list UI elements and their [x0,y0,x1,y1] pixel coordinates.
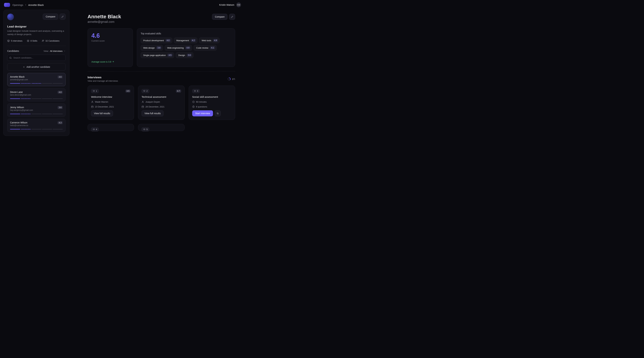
view-value: All interviews [50,50,62,52]
svg-marker-12 [93,90,95,91]
progress-segments [10,114,63,114]
svg-marker-31 [144,128,145,130]
svg-marker-24 [194,90,196,91]
candidate-email: lane.devon@gmail.com [10,94,31,96]
candidate-email: hey.iamjenny@gmail.com [10,109,33,111]
copy-button[interactable] [215,110,221,116]
view-label: View: [44,50,49,52]
svg-point-13 [92,101,93,102]
interview-card: 3 Social skill assessment 60 minutes 8 q… [189,86,235,120]
calendar-icon [142,106,144,108]
svg-point-4 [43,40,44,41]
stat-candidates-label: 32 Candidates [46,40,60,42]
breadcrumb-root[interactable]: Openings [12,4,23,6]
progress-total: /5 [233,78,235,80]
stat-skills-label: 8 Skills [30,40,38,42]
start-interview-button[interactable]: Start interview [192,110,213,116]
interview-card-upcoming: 4 [88,124,134,131]
candidate-name: Cameron Wilson [10,121,28,124]
score-label: Current score [92,40,129,42]
users-icon [42,40,44,42]
view-results-button[interactable]: View full results [142,110,164,116]
candidate-card[interactable]: Cameron Wilson hello@cameronw.co 4.3 [7,119,66,132]
stat-candidates: 32 Candidates [42,40,60,42]
add-candidate-button[interactable]: Add another candidate [7,63,66,70]
candidate-score: 4.3 [58,121,63,124]
interview-card: 1 4.5 Welcome interview Wade Warren 23 D… [88,86,134,120]
skill-label: Single page application [143,54,166,56]
svg-rect-20 [142,106,144,108]
svg-point-5 [10,57,11,58]
avatar[interactable]: KW [236,2,241,7]
skill-value: 4.1 [210,46,215,49]
svg-marker-0 [8,40,10,41]
add-candidate-label: Add another candidate [26,66,50,68]
score-value: 4.6 [92,32,129,39]
skill-chip: Web design3.8 [141,45,163,51]
skill-chip: Web tools4.9 [199,38,220,43]
edit-role-button[interactable] [60,14,66,20]
candidate-name: Jenny Wilson [10,106,33,109]
app-logo[interactable] [4,3,10,7]
skill-chip: Web engineering4.9 [165,45,192,51]
skill-label: Management [176,39,189,42]
step-badge: 4 [91,128,99,132]
candidate-email: annette@gmail.com [88,20,121,24]
skill-chip: Design3.6 [176,52,193,58]
compare-button[interactable]: Compare [43,14,58,20]
score-card: 4.6 Current score Average score is 3.9 [88,28,133,67]
view-selector[interactable]: View: All interviews [44,50,66,52]
layers-icon [7,40,10,42]
interview-score: 4.7 [176,90,181,92]
stat-interviews: 5 interviews [7,40,22,42]
edit-candidate-button[interactable] [229,14,235,20]
question-icon [192,106,195,108]
chevron-right-icon [24,4,27,6]
date-row: 28 December, 2021 [142,106,181,108]
step-badge: 2 [142,89,149,93]
role-description: Lead designer include research and analy… [7,29,66,36]
svg-marker-18 [144,90,145,91]
layers-icon [93,128,95,130]
average-score-row: Average score is 3.9 [92,60,129,63]
interviews-progress: 2/5 [228,77,235,81]
step-badge: 5 [142,128,149,132]
svg-line-6 [11,58,12,59]
skill-label: Code review [196,46,208,49]
pencil-icon [62,16,64,18]
search-input[interactable] [7,55,66,61]
candidate-score: 4.6 [58,76,63,78]
svg-point-3 [42,40,43,41]
view-results-button[interactable]: View full results [91,110,113,116]
interview-card-upcoming: 5 [138,124,184,131]
candidate-card[interactable]: Annette Black annette@gmail.com 4.6 [7,73,66,86]
candidate-card[interactable]: Devon Lane lane.devon@gmail.com 4.8 [7,88,66,102]
svg-marker-30 [93,128,95,130]
skill-value: 4.0 [166,39,171,42]
questions-row: 8 questions [192,106,232,108]
skill-value: 4.9 [213,39,218,42]
date-row: 23 December, 2021 [91,106,130,108]
skill-label: Web engineering [167,46,184,49]
interviewer-row: Wade Warren [91,100,130,103]
layers-icon [143,128,146,130]
stat-interviews-label: 5 interviews [11,40,22,42]
current-user-name: Kristin Watson [219,4,234,6]
candidate-card[interactable]: Jenny Wilson hey.iamjenny@gmail.com 3.6 [7,104,66,117]
calendar-icon [91,106,94,108]
pencil-icon [231,16,233,18]
progress-segments [10,83,63,84]
copy-icon [216,112,219,115]
role-panel: Compare Lead designer Lead designer incl… [3,10,70,136]
progress-ring-icon [228,77,231,81]
candidate-email: hello@cameronw.co [10,124,28,126]
interview-score: 4.5 [126,90,131,92]
svg-point-1 [27,40,29,42]
layers-icon [143,90,146,92]
interview-title: Technical assessment [142,96,181,98]
svg-rect-14 [92,106,93,108]
interview-title: Social skill assessment [192,96,232,98]
average-score-text: Average score is 3.9 [92,60,111,63]
divider [88,71,235,72]
compare-button[interactable]: Compare [212,14,228,20]
